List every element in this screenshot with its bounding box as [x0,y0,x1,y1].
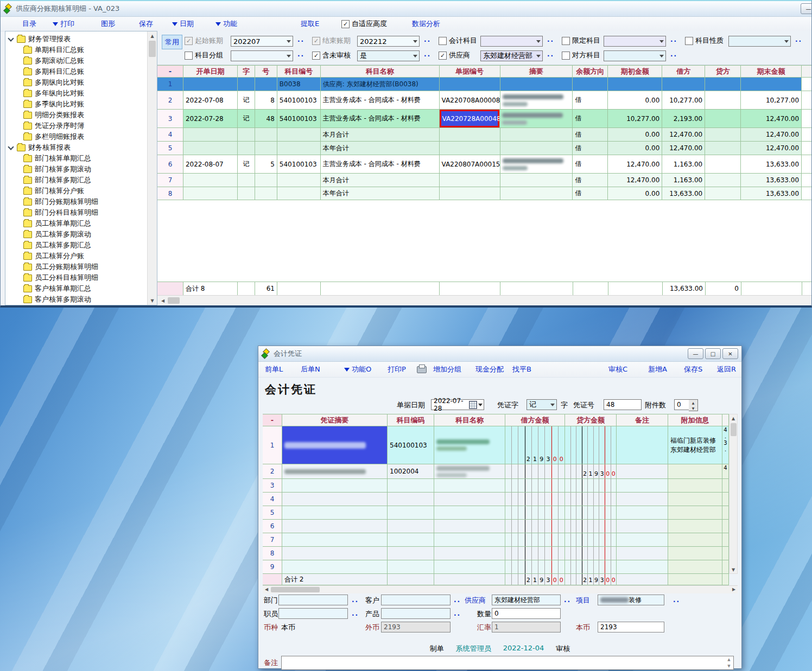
voucher-row[interactable]: 3 [263,479,729,493]
ellipsis-button[interactable]: .. [352,596,359,604]
checkbox[interactable] [562,37,570,45]
close-button[interactable]: ✕ [722,348,738,359]
attachments-stepper[interactable]: ▲▼ [689,399,698,411]
ellipsis-button[interactable]: .. [454,610,461,617]
voucher-row[interactable]: 5 [263,506,729,520]
sidebar-item[interactable]: 多期纵向比对账 [7,77,147,88]
voucher-toolbar-item[interactable] [417,366,427,373]
voucher-toolbar-item[interactable]: 找平B [512,365,531,374]
ellipsis-button[interactable]: .. [673,596,680,604]
filter-dropdown[interactable] [480,36,543,47]
filter-dropdown[interactable] [604,36,666,47]
table-row[interactable]: 8本年合计借0.0013,633.0013,633.00 [157,187,811,200]
ellipsis-button[interactable]: .. [564,596,571,604]
voucher-toolbar-item[interactable]: 审核C [608,365,627,374]
filter-dropdown[interactable]: 202212 [357,36,420,47]
voucher-toolbar-item[interactable]: 返回R [717,365,736,374]
sidebar-item[interactable]: 多期滚动汇总账 [7,55,147,66]
voucher-vertical-scrollbar[interactable]: ▲ ▼ [729,414,738,574]
sidebar-item[interactable]: 凭证分录序时簿 [7,120,147,131]
chevron-expanded-icon[interactable] [8,35,14,41]
voucher-row[interactable]: 4 [263,493,729,506]
filter-dropdown[interactable] [231,50,293,61]
toolbar-item-9[interactable]: 数据分析 [412,19,440,29]
scroll-right-icon[interactable]: ▶ [730,586,738,592]
sidebar-item[interactable]: 单期科目汇总账 [7,44,147,55]
local-amount-input[interactable]: 2193 [598,622,664,632]
scroll-left-icon[interactable]: ◀ [263,586,270,592]
sidebar-item[interactable]: 员工分科目核算明细 [7,272,147,283]
scrollbar-thumb[interactable] [149,41,156,57]
minimize-button[interactable]: — [688,348,703,359]
scrollbar-thumb[interactable] [168,297,180,304]
scroll-up-icon[interactable]: ▲ [729,414,737,422]
voucher-row[interactable]: 7 [263,533,729,547]
table-row[interactable]: 4本月合计借0.0012,470.0012,470.00 [157,128,811,142]
sidebar-item[interactable]: 部门核算单期汇总 [7,153,147,164]
toolbar-item-6[interactable]: 功能 [215,19,237,29]
toolbar-item-3[interactable]: 图形 [101,19,115,29]
filter-dropdown[interactable] [728,36,791,47]
doc-date-input[interactable]: 2022-07-28 [431,399,484,410]
table-row[interactable]: 7本月合计借12,470.001,163.0013,633.00 [157,174,811,187]
filter-dropdown[interactable]: 202207 [231,36,293,47]
sidebar-item[interactable]: 部门核算多期滚动 [7,164,147,175]
table-row[interactable]: 62022-08-07记5540100103主营业务成本 - 合同成本 - 材料… [157,155,811,174]
checkbox[interactable] [312,37,320,45]
voucher-horizontal-scrollbar[interactable]: ◀ ▶ [263,585,738,593]
voucher-row[interactable]: 6 [263,520,729,533]
checkbox[interactable] [685,37,693,45]
voucher-no-input[interactable]: 48 [604,399,642,410]
table-row[interactable]: 32022-07-28记48540100103主营业务成本 - 合同成本 - 材… [157,110,811,128]
sidebar-item[interactable]: 客户核算多期滚动 [7,294,147,304]
toolbar-item-1[interactable]: 目录 [22,19,36,29]
customer-input[interactable] [381,595,451,605]
toolbar-item-4[interactable]: 保存 [139,19,153,29]
sidebar-item[interactable]: 多年纵向比对账 [7,88,147,99]
chevron-expanded-icon[interactable] [8,144,14,150]
checkbox[interactable] [312,52,320,60]
sidebar-item[interactable]: 明细分类账报表 [7,110,147,120]
ellipsis-button[interactable]: .. [454,596,461,604]
voucher-toolbar-item[interactable]: 打印P [388,365,406,374]
voucher-toolbar-item[interactable]: 前单L [265,365,283,374]
sidebar-item[interactable]: 员工核算分户账 [7,251,147,261]
sidebar-item[interactable]: 财务核算报表 [7,142,147,153]
common-filters-button[interactable]: 常用 [162,35,182,49]
toolbar-item-8[interactable]: 自适应高度 [341,19,387,29]
sidebar-item[interactable]: 员工核算多期汇总 [7,240,147,251]
checkbox[interactable] [562,52,570,60]
scrollbar-thumb[interactable] [271,587,320,592]
sidebar-item[interactable]: 财务管理报表 [7,34,147,44]
sidebar-item[interactable]: 部门分科目核算明细 [7,207,147,218]
ellipsis-button[interactable]: .. [352,610,359,617]
sidebar-item[interactable]: 多期科目汇总账 [7,66,147,77]
voucher-word-select[interactable]: 记 [526,399,557,410]
sidebar-item[interactable]: 多季纵向比对账 [7,99,147,110]
project-input[interactable]: 装修 [598,595,664,605]
scroll-left-icon[interactable]: ◀ [158,296,167,305]
filter-dropdown[interactable]: 东郊建材经营部 [480,50,543,61]
sidebar-item[interactable]: 部门分账期核算明细 [7,196,147,207]
voucher-row[interactable]: 8 [263,547,729,560]
toolbar-item-5[interactable]: 日期 [172,19,194,29]
voucher-toolbar-item[interactable]: 保存S [684,365,702,374]
product-input[interactable] [381,608,451,619]
ellipsis-button[interactable]: .. [297,50,304,58]
sidebar-item[interactable]: 多栏明细账报表 [7,131,147,142]
calendar-icon[interactable] [469,400,484,410]
dept-input[interactable] [278,595,348,605]
ellipsis-button[interactable]: .. [670,36,677,43]
ellipsis-button[interactable]: .. [424,36,431,43]
sidebar-item[interactable]: 员工核算单期汇总 [7,218,147,229]
voucher-toolbar-item[interactable]: 新增A [648,365,667,374]
filter-dropdown[interactable] [604,50,666,61]
voucher-row[interactable]: 9 [263,560,729,574]
foreign-amount-input[interactable]: 2193 [381,622,451,632]
note-input[interactable]: ▲▼ [281,656,734,670]
scroll-down-icon[interactable]: ▼ [729,566,737,573]
note-stepper[interactable]: ▲▼ [726,657,732,668]
table-horizontal-scrollbar[interactable]: ◀ [157,295,811,305]
maximize-button[interactable]: □ [705,348,721,359]
sidebar-item[interactable]: 员工分账期核算明细 [7,261,147,272]
